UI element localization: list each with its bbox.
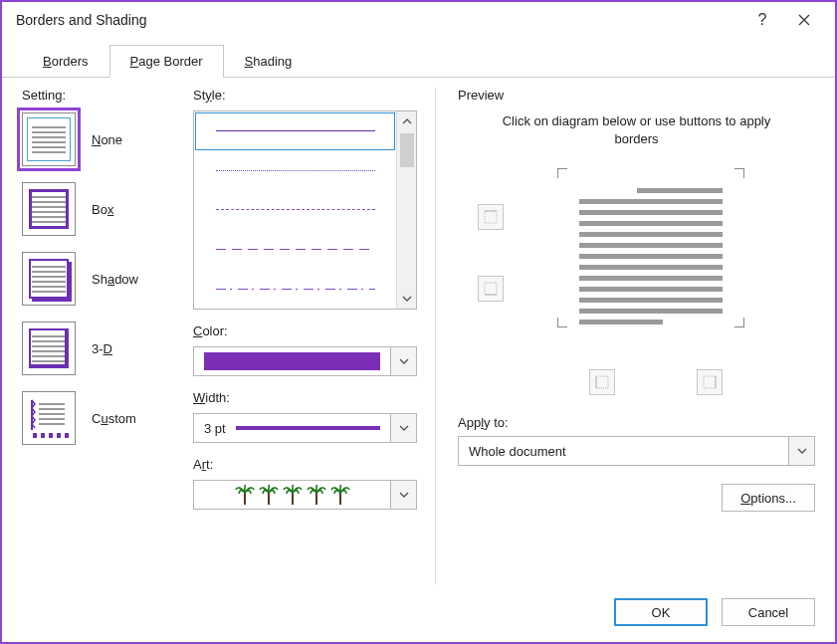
style-option-dashed[interactable]: [194, 190, 396, 230]
window-title: Borders and Shading: [16, 12, 741, 28]
svg-rect-5: [33, 433, 37, 438]
chevron-down-icon: [797, 446, 807, 456]
svg-rect-13: [315, 493, 317, 505]
style-option-solid[interactable]: [194, 111, 396, 151]
style-option-dotted[interactable]: [194, 151, 396, 191]
tab-borders[interactable]: Borders: [22, 45, 109, 78]
tab-label: Borders: [43, 54, 89, 69]
svg-rect-9: [65, 433, 69, 438]
setting-3d-icon: [22, 322, 76, 375]
setting-box-icon: [22, 182, 76, 236]
border-left-icon: [594, 374, 610, 390]
setting-label-text: Shadow: [92, 272, 138, 287]
help-button[interactable]: ?: [741, 4, 783, 36]
setting-custom[interactable]: Custom: [22, 391, 181, 445]
tab-strip: Borders Page Border Shading: [2, 38, 835, 78]
border-right-button[interactable]: [697, 369, 723, 395]
help-icon: ?: [758, 11, 767, 29]
scroll-down-button[interactable]: [397, 289, 416, 309]
art-label: Art:: [193, 457, 417, 472]
svg-rect-15: [485, 211, 497, 223]
preview-page[interactable]: [579, 188, 723, 324]
palm-tree-icon: [307, 483, 326, 507]
corner-marker: [557, 168, 567, 178]
border-top-button[interactable]: [478, 204, 504, 230]
svg-rect-17: [485, 283, 497, 295]
style-option-dashdot[interactable]: [194, 269, 396, 309]
width-label: Width:: [193, 390, 417, 405]
tab-label: Shading: [245, 54, 293, 69]
border-right-icon: [702, 374, 718, 390]
border-top-icon: [483, 209, 499, 225]
scroll-thumb[interactable]: [400, 133, 414, 167]
dialog-content: Setting: None Box: [2, 78, 835, 584]
palm-tree-icon: [330, 483, 350, 507]
svg-rect-8: [57, 433, 61, 438]
art-dropdown[interactable]: [193, 480, 417, 510]
cancel-button[interactable]: Cancel: [722, 598, 815, 626]
setting-none[interactable]: None: [22, 112, 181, 166]
preview-label: Preview: [458, 88, 815, 103]
chevron-down-icon: [402, 294, 412, 304]
border-left-button[interactable]: [589, 369, 615, 395]
style-scrollbar[interactable]: [396, 111, 416, 309]
svg-rect-12: [292, 493, 294, 505]
tab-label: Page Border: [130, 54, 203, 69]
dropdown-button[interactable]: [788, 437, 814, 465]
corner-marker: [557, 318, 567, 327]
corner-marker: [734, 318, 744, 327]
svg-rect-6: [41, 433, 45, 438]
svg-rect-10: [244, 493, 246, 505]
chevron-down-icon: [399, 423, 409, 433]
color-swatch: [204, 352, 380, 370]
border-bottom-button[interactable]: [478, 276, 504, 302]
tab-page-border[interactable]: Page Border: [109, 45, 224, 78]
dropdown-button[interactable]: [390, 414, 416, 442]
style-option-longdash[interactable]: [194, 230, 396, 270]
width-preview-line: [236, 426, 380, 430]
scroll-up-button[interactable]: [397, 111, 416, 131]
setting-3d[interactable]: 3-D: [22, 322, 181, 375]
palm-tree-icon: [283, 483, 303, 507]
preview-column: Preview Click on diagram below or use bu…: [435, 88, 815, 584]
setting-label: Setting:: [22, 88, 181, 103]
setting-shadow[interactable]: Shadow: [22, 252, 181, 306]
options-button[interactable]: Options...: [722, 484, 815, 512]
style-column: Style: Color:: [193, 88, 417, 584]
preview-hint: Click on diagram below or use buttons to…: [488, 112, 785, 148]
chevron-down-icon: [399, 490, 409, 500]
color-label: Color:: [193, 323, 417, 338]
chevron-up-icon: [402, 116, 412, 126]
svg-rect-21: [704, 376, 716, 388]
corner-marker: [734, 168, 744, 178]
apply-to-dropdown[interactable]: Whole document: [458, 436, 815, 466]
style-listbox[interactable]: [193, 110, 417, 310]
close-icon: [798, 14, 810, 26]
width-dropdown[interactable]: 3 pt: [193, 413, 417, 443]
style-label: Style:: [193, 88, 417, 103]
setting-list: None Box Shadow: [22, 112, 181, 445]
ok-button[interactable]: OK: [614, 598, 708, 626]
setting-column: Setting: None Box: [22, 88, 181, 584]
art-preview: [194, 483, 390, 507]
width-value: 3 pt: [204, 421, 226, 436]
style-list: [194, 111, 396, 309]
setting-label-text: 3-D: [92, 341, 112, 356]
preview-area: [458, 164, 815, 413]
color-dropdown[interactable]: [193, 346, 417, 376]
svg-rect-11: [268, 493, 270, 505]
close-button[interactable]: [783, 4, 825, 36]
setting-box[interactable]: Box: [22, 182, 181, 236]
tab-shading[interactable]: Shading: [224, 45, 314, 78]
svg-rect-19: [596, 376, 608, 388]
setting-label-text: None: [92, 132, 122, 147]
border-bottom-icon: [483, 281, 499, 297]
setting-custom-icon: [22, 391, 76, 445]
dropdown-button[interactable]: [390, 347, 416, 375]
apply-to-label: Apply to:: [458, 415, 815, 430]
palm-tree-icon: [259, 483, 279, 507]
dropdown-button[interactable]: [390, 481, 416, 509]
borders-shading-dialog: Borders and Shading ? Borders Page Borde…: [0, 0, 837, 644]
dialog-footer: OK Cancel: [2, 584, 835, 642]
setting-label-text: Box: [92, 202, 113, 217]
